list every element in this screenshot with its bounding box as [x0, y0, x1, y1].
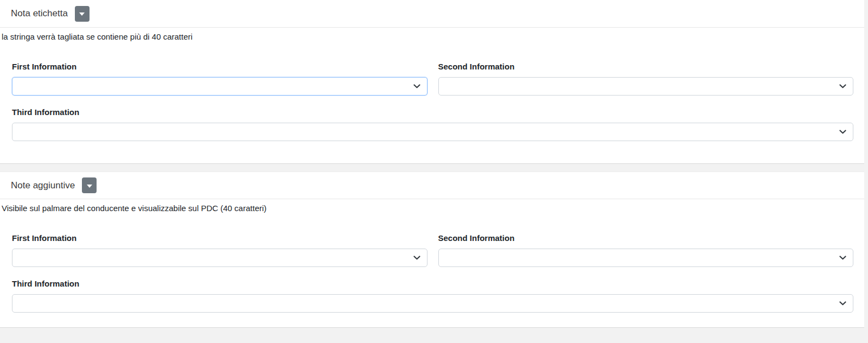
section-nota-etichetta: Nota etichetta la stringa verrà tagliata…	[0, 0, 864, 164]
field-label: Second Information	[438, 233, 854, 243]
second-information-select[interactable]	[438, 249, 854, 267]
select-wrapper	[438, 77, 854, 96]
select-wrapper	[438, 249, 854, 267]
form-field: First Information	[12, 62, 427, 96]
caret-down-icon	[79, 12, 85, 16]
select-wrapper	[12, 294, 853, 313]
third-information-select[interactable]	[12, 294, 853, 313]
form-field: Third Information	[12, 107, 853, 141]
select-wrapper	[12, 123, 853, 141]
form-field: Second Information	[438, 233, 854, 267]
second-information-select[interactable]	[438, 77, 854, 96]
section-header: Nota etichetta	[0, 0, 864, 28]
form-field: Second Information	[438, 62, 854, 96]
field-label: First Information	[12, 62, 427, 71]
first-information-select[interactable]	[12, 77, 427, 96]
section-subtitle: Visibile sul palmare del conducente e vi…	[0, 199, 864, 214]
first-information-select[interactable]	[12, 249, 427, 267]
form-field: First Information	[12, 233, 427, 267]
caret-down-icon	[87, 185, 92, 188]
section-title: Nota etichetta	[11, 8, 68, 19]
section-body: First Information Second Information	[0, 214, 864, 327]
section-note-aggiuntive: Note aggiuntive Visibile sul palmare del…	[0, 172, 864, 328]
field-label: First Information	[12, 233, 427, 243]
section-header: Note aggiuntive	[0, 172, 864, 199]
section-subtitle: la stringa verrà tagliata se contiene pi…	[0, 28, 864, 42]
select-wrapper	[12, 249, 427, 267]
section-body: First Information Second Information	[0, 42, 864, 163]
field-label: Third Information	[12, 107, 853, 117]
section-title: Note aggiuntive	[11, 180, 75, 191]
third-information-select[interactable]	[12, 123, 853, 141]
field-label: Second Information	[438, 62, 854, 71]
collapse-toggle-button[interactable]	[75, 6, 90, 22]
field-label: Third Information	[12, 279, 853, 288]
form-field: Third Information	[12, 279, 853, 313]
select-wrapper	[12, 77, 427, 96]
collapse-toggle-button[interactable]	[82, 177, 97, 193]
